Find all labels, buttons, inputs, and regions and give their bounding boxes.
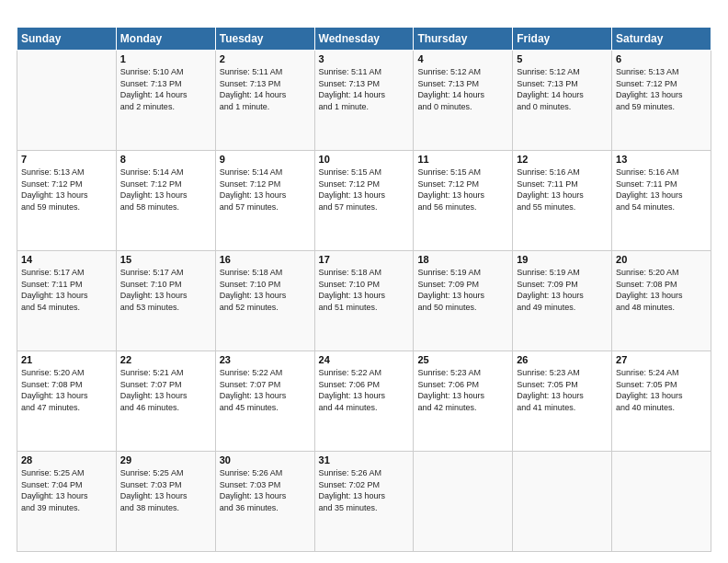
cell-info: Sunrise: 5:18 AM Sunset: 7:10 PM Dayligh…	[220, 267, 311, 313]
calendar-cell: 21Sunrise: 5:20 AM Sunset: 7:08 PM Dayli…	[17, 351, 117, 452]
calendar-cell: 7Sunrise: 5:13 AM Sunset: 7:12 PM Daylig…	[17, 151, 117, 251]
page: SundayMondayTuesdayWednesdayThursdayFrid…	[0, 0, 728, 563]
day-number: 14	[21, 254, 112, 265]
cell-info: Sunrise: 5:22 AM Sunset: 7:07 PM Dayligh…	[220, 367, 311, 413]
calendar-cell: 13Sunrise: 5:16 AM Sunset: 7:11 PM Dayli…	[612, 151, 711, 251]
day-number: 9	[220, 154, 311, 165]
calendar-header: SundayMondayTuesdayWednesdayThursdayFrid…	[17, 28, 711, 51]
calendar-cell: 16Sunrise: 5:18 AM Sunset: 7:10 PM Dayli…	[215, 251, 314, 351]
day-number: 6	[616, 53, 707, 64]
cell-info: Sunrise: 5:17 AM Sunset: 7:10 PM Dayligh…	[120, 267, 211, 313]
cell-info: Sunrise: 5:14 AM Sunset: 7:12 PM Dayligh…	[220, 167, 311, 213]
day-number: 27	[616, 354, 707, 365]
day-number: 4	[417, 53, 508, 64]
day-number: 29	[120, 454, 211, 465]
day-number: 1	[120, 53, 211, 64]
calendar-cell: 17Sunrise: 5:18 AM Sunset: 7:10 PM Dayli…	[314, 251, 414, 351]
calendar-cell: 22Sunrise: 5:21 AM Sunset: 7:07 PM Dayli…	[116, 351, 215, 452]
calendar-cell	[513, 452, 612, 552]
calendar-cell: 23Sunrise: 5:22 AM Sunset: 7:07 PM Dayli…	[215, 351, 314, 452]
weekday-header-friday: Friday	[513, 28, 612, 51]
calendar-week-5: 28Sunrise: 5:25 AM Sunset: 7:04 PM Dayli…	[17, 452, 711, 552]
calendar-cell: 11Sunrise: 5:15 AM Sunset: 7:12 PM Dayli…	[414, 151, 513, 251]
cell-info: Sunrise: 5:18 AM Sunset: 7:10 PM Dayligh…	[319, 267, 410, 313]
calendar-cell: 29Sunrise: 5:25 AM Sunset: 7:03 PM Dayli…	[116, 452, 215, 552]
calendar-cell: 9Sunrise: 5:14 AM Sunset: 7:12 PM Daylig…	[215, 151, 314, 251]
calendar-cell: 28Sunrise: 5:25 AM Sunset: 7:04 PM Dayli…	[17, 452, 117, 552]
day-number: 28	[21, 454, 112, 465]
cell-info: Sunrise: 5:17 AM Sunset: 7:11 PM Dayligh…	[21, 267, 112, 313]
day-number: 26	[517, 354, 608, 365]
cell-info: Sunrise: 5:13 AM Sunset: 7:12 PM Dayligh…	[21, 167, 112, 213]
cell-info: Sunrise: 5:20 AM Sunset: 7:08 PM Dayligh…	[616, 267, 707, 313]
calendar-week-2: 7Sunrise: 5:13 AM Sunset: 7:12 PM Daylig…	[17, 151, 711, 251]
weekday-header-thursday: Thursday	[414, 28, 513, 51]
calendar-cell: 20Sunrise: 5:20 AM Sunset: 7:08 PM Dayli…	[612, 251, 711, 351]
day-number: 22	[120, 354, 211, 365]
day-number: 16	[220, 254, 311, 265]
day-number: 13	[616, 154, 707, 165]
weekday-header-sunday: Sunday	[17, 28, 117, 51]
calendar-cell: 18Sunrise: 5:19 AM Sunset: 7:09 PM Dayli…	[414, 251, 513, 351]
cell-info: Sunrise: 5:15 AM Sunset: 7:12 PM Dayligh…	[319, 167, 410, 213]
weekday-header-tuesday: Tuesday	[215, 28, 314, 51]
day-number: 30	[220, 454, 311, 465]
cell-info: Sunrise: 5:26 AM Sunset: 7:02 PM Dayligh…	[319, 467, 410, 513]
calendar-week-1: 1Sunrise: 5:10 AM Sunset: 7:13 PM Daylig…	[17, 51, 711, 151]
weekday-row: SundayMondayTuesdayWednesdayThursdayFrid…	[17, 28, 711, 51]
cell-info: Sunrise: 5:16 AM Sunset: 7:11 PM Dayligh…	[517, 167, 608, 213]
day-number: 12	[517, 154, 608, 165]
cell-info: Sunrise: 5:12 AM Sunset: 7:13 PM Dayligh…	[417, 66, 508, 112]
day-number: 8	[120, 154, 211, 165]
day-number: 20	[616, 254, 707, 265]
day-number: 17	[319, 254, 410, 265]
cell-info: Sunrise: 5:23 AM Sunset: 7:06 PM Dayligh…	[417, 367, 508, 413]
cell-info: Sunrise: 5:26 AM Sunset: 7:03 PM Dayligh…	[220, 467, 311, 513]
weekday-header-monday: Monday	[116, 28, 215, 51]
calendar-cell: 27Sunrise: 5:24 AM Sunset: 7:05 PM Dayli…	[612, 351, 711, 452]
calendar-cell: 4Sunrise: 5:12 AM Sunset: 7:13 PM Daylig…	[414, 51, 513, 151]
cell-info: Sunrise: 5:13 AM Sunset: 7:12 PM Dayligh…	[616, 66, 707, 112]
calendar-cell: 19Sunrise: 5:19 AM Sunset: 7:09 PM Dayli…	[513, 251, 612, 351]
day-number: 15	[120, 254, 211, 265]
calendar-week-4: 21Sunrise: 5:20 AM Sunset: 7:08 PM Dayli…	[17, 351, 711, 452]
calendar-cell	[414, 452, 513, 552]
cell-info: Sunrise: 5:20 AM Sunset: 7:08 PM Dayligh…	[21, 367, 112, 413]
calendar-week-3: 14Sunrise: 5:17 AM Sunset: 7:11 PM Dayli…	[17, 251, 711, 351]
cell-info: Sunrise: 5:19 AM Sunset: 7:09 PM Dayligh…	[417, 267, 508, 313]
day-number: 3	[319, 53, 410, 64]
cell-info: Sunrise: 5:15 AM Sunset: 7:12 PM Dayligh…	[417, 167, 508, 213]
calendar-cell: 15Sunrise: 5:17 AM Sunset: 7:10 PM Dayli…	[116, 251, 215, 351]
day-number: 31	[319, 454, 410, 465]
cell-info: Sunrise: 5:22 AM Sunset: 7:06 PM Dayligh…	[319, 367, 410, 413]
calendar-cell: 5Sunrise: 5:12 AM Sunset: 7:13 PM Daylig…	[513, 51, 612, 151]
calendar-cell: 2Sunrise: 5:11 AM Sunset: 7:13 PM Daylig…	[215, 51, 314, 151]
day-number: 2	[220, 53, 311, 64]
weekday-header-wednesday: Wednesday	[314, 28, 414, 51]
header	[17, 15, 711, 19]
cell-info: Sunrise: 5:14 AM Sunset: 7:12 PM Dayligh…	[120, 167, 211, 213]
cell-info: Sunrise: 5:19 AM Sunset: 7:09 PM Dayligh…	[517, 267, 608, 313]
cell-info: Sunrise: 5:16 AM Sunset: 7:11 PM Dayligh…	[616, 167, 707, 213]
calendar-cell: 30Sunrise: 5:26 AM Sunset: 7:03 PM Dayli…	[215, 452, 314, 552]
day-number: 5	[517, 53, 608, 64]
cell-info: Sunrise: 5:24 AM Sunset: 7:05 PM Dayligh…	[616, 367, 707, 413]
day-number: 10	[319, 154, 410, 165]
calendar-cell: 26Sunrise: 5:23 AM Sunset: 7:05 PM Dayli…	[513, 351, 612, 452]
calendar-cell	[17, 51, 117, 151]
day-number: 18	[417, 254, 508, 265]
day-number: 21	[21, 354, 112, 365]
cell-info: Sunrise: 5:12 AM Sunset: 7:13 PM Dayligh…	[517, 66, 608, 112]
day-number: 19	[517, 254, 608, 265]
calendar-cell: 12Sunrise: 5:16 AM Sunset: 7:11 PM Dayli…	[513, 151, 612, 251]
calendar-cell: 8Sunrise: 5:14 AM Sunset: 7:12 PM Daylig…	[116, 151, 215, 251]
cell-info: Sunrise: 5:25 AM Sunset: 7:04 PM Dayligh…	[21, 467, 112, 513]
calendar-cell: 25Sunrise: 5:23 AM Sunset: 7:06 PM Dayli…	[414, 351, 513, 452]
cell-info: Sunrise: 5:11 AM Sunset: 7:13 PM Dayligh…	[220, 66, 311, 112]
calendar-cell: 6Sunrise: 5:13 AM Sunset: 7:12 PM Daylig…	[612, 51, 711, 151]
cell-info: Sunrise: 5:21 AM Sunset: 7:07 PM Dayligh…	[120, 367, 211, 413]
calendar-cell: 3Sunrise: 5:11 AM Sunset: 7:13 PM Daylig…	[314, 51, 414, 151]
calendar-cell: 31Sunrise: 5:26 AM Sunset: 7:02 PM Dayli…	[314, 452, 414, 552]
calendar-cell: 24Sunrise: 5:22 AM Sunset: 7:06 PM Dayli…	[314, 351, 414, 452]
calendar-table: SundayMondayTuesdayWednesdayThursdayFrid…	[17, 27, 711, 552]
